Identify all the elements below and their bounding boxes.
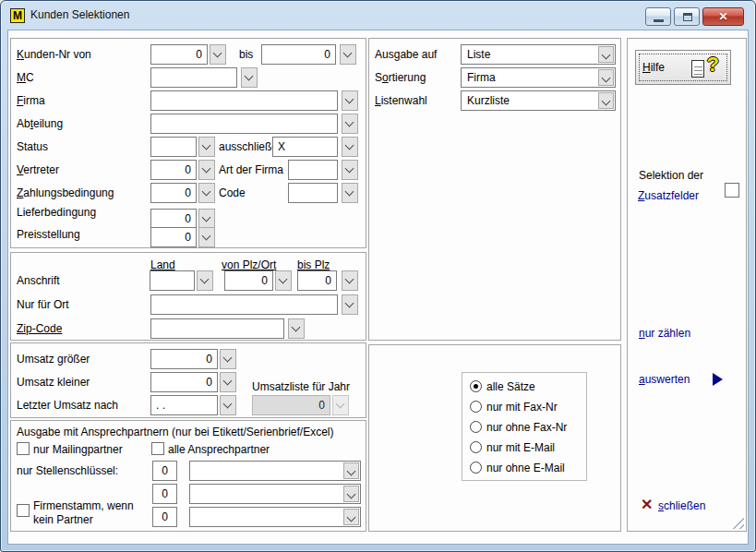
stellenschluessel-1-input[interactable]	[152, 461, 177, 481]
radio-nur-mit-fax-label: nur mit Fax-Nr	[486, 401, 558, 414]
sortierung-select[interactable]: Firma	[461, 67, 616, 88]
code-dropdown[interactable]	[342, 183, 358, 203]
vertreter-input[interactable]	[150, 160, 197, 180]
zahlungsbedingung-input[interactable]	[150, 183, 197, 203]
listenwahl-label: Listenwahl	[375, 94, 427, 108]
chevron-down-icon	[343, 462, 359, 479]
kunden-nr-bis-input[interactable]	[261, 44, 336, 65]
section-actions: Hilfe ? Selektion der Zusatzfelder nur z…	[627, 38, 747, 532]
mc-input[interactable]	[150, 67, 237, 88]
nur-mailingpartner-checkbox[interactable]	[17, 442, 30, 455]
firma-dropdown[interactable]	[342, 90, 358, 111]
nur-zaehlen-link[interactable]: nur zählen	[639, 327, 690, 341]
bis-plz-dropdown[interactable]	[342, 270, 358, 291]
firmenstamm-label-line1: Firmenstamm, wenn	[33, 499, 134, 513]
firmenstamm-checkbox[interactable]	[17, 504, 30, 517]
listenwahl-select[interactable]: Kurzliste	[461, 90, 616, 111]
nur-fuer-ort-dropdown[interactable]	[342, 294, 358, 315]
section-umsatz: Umsatz größer Umsatz kleiner Umsatzliste…	[10, 342, 366, 418]
lieferbedingung-dropdown[interactable]	[198, 209, 215, 229]
firmenstamm-label-line2: kein Partner	[33, 513, 93, 527]
umsatzliste-jahr-input[interactable]	[252, 395, 330, 415]
zip-code-input[interactable]	[150, 318, 284, 339]
umsatz-kleiner-dropdown[interactable]	[220, 372, 236, 392]
umsatz-groesser-dropdown[interactable]	[220, 349, 236, 369]
kunden-nr-von-input[interactable]	[150, 44, 208, 65]
help-icon: ?	[691, 56, 719, 80]
nur-fuer-ort-input[interactable]	[150, 294, 338, 315]
radio-nur-mit-fax[interactable]	[470, 401, 482, 413]
app-icon: M	[10, 8, 25, 23]
anschrift-label: Anschrift	[17, 274, 60, 288]
umsatzliste-jahr-dropdown	[332, 395, 349, 415]
preisstellung-label: Preisstellung	[17, 228, 80, 242]
land-input[interactable]	[150, 270, 195, 291]
alle-ansprechpartner-checkbox[interactable]	[151, 442, 164, 455]
umsatz-kleiner-label: Umsatz kleiner	[17, 376, 90, 390]
umsatz-groesser-label: Umsatz größer	[17, 353, 90, 366]
stellenschluessel-3-input[interactable]	[152, 507, 177, 527]
minimize-button[interactable]	[645, 7, 671, 26]
status-label: Status	[17, 140, 48, 154]
letzter-umsatz-input[interactable]	[150, 395, 218, 415]
resize-grip[interactable]	[729, 514, 744, 529]
stellenschluessel-3-select[interactable]	[189, 507, 361, 527]
kunden-nr-von-dropdown[interactable]	[210, 44, 226, 65]
radio-nur-ohne-fax-label: nur ohne Fax-Nr	[486, 421, 567, 435]
ausschliessen-dropdown[interactable]	[342, 137, 358, 157]
von-plz-input[interactable]	[224, 270, 273, 291]
section-record-filter: alle Sätze nur mit Fax-Nr nur ohne Fax-N…	[368, 344, 621, 532]
code-input[interactable]	[288, 183, 338, 203]
schliessen-link[interactable]: schließen	[658, 499, 705, 513]
ausschliessen-input[interactable]	[272, 137, 338, 157]
alle-ansprechpartner-label: alle Ansprechpartner	[168, 443, 270, 457]
letzter-umsatz-label: Letzter Umsatz nach	[17, 399, 118, 413]
abteilung-input[interactable]	[150, 114, 338, 134]
mc-label: MC	[17, 71, 34, 85]
close-button[interactable]: ✕	[702, 7, 744, 26]
abteilung-dropdown[interactable]	[342, 114, 358, 134]
selektion-der-label: Selektion der	[639, 169, 703, 183]
zusatzfelder-checkbox[interactable]	[725, 183, 739, 198]
art-der-firma-input[interactable]	[288, 160, 338, 180]
status-dropdown[interactable]	[198, 137, 215, 157]
ausgabe-auf-select[interactable]: Liste	[461, 44, 616, 65]
lieferbedingung-label: Lieferbedingung	[17, 206, 96, 220]
radio-nur-ohne-email[interactable]	[470, 462, 482, 474]
status-input[interactable]	[150, 137, 197, 157]
stellenschluessel-2-input[interactable]	[152, 484, 177, 504]
hilfe-button-label: Hilfe	[642, 61, 665, 74]
von-plz-dropdown[interactable]	[275, 270, 292, 291]
zusatzfelder-link[interactable]: Zusatzfelder	[638, 189, 699, 203]
mc-dropdown[interactable]	[241, 67, 258, 88]
ausgabe-auf-label: Ausgabe auf	[375, 48, 437, 62]
bis-plz-input[interactable]	[297, 270, 337, 291]
maximize-icon	[683, 13, 692, 21]
zip-code-dropdown[interactable]	[288, 318, 305, 339]
umsatz-kleiner-input[interactable]	[150, 372, 218, 392]
hilfe-button[interactable]: Hilfe ?	[635, 50, 731, 85]
vertreter-dropdown[interactable]	[198, 160, 215, 180]
preisstellung-input[interactable]	[150, 227, 197, 247]
umsatzliste-jahr-label: Umsatzliste für Jahr	[252, 380, 350, 394]
stellenschluessel-1-select[interactable]	[189, 461, 361, 481]
radio-nur-mit-email[interactable]	[470, 441, 482, 453]
land-dropdown[interactable]	[197, 270, 213, 291]
stellenschluessel-2-select[interactable]	[189, 484, 361, 504]
preisstellung-dropdown[interactable]	[198, 227, 215, 247]
zahlungsbedingung-dropdown[interactable]	[198, 183, 215, 203]
nur-fuer-ort-label: Nur für Ort	[17, 298, 69, 312]
radio-alle-saetze[interactable]	[470, 380, 482, 392]
maximize-button[interactable]	[674, 7, 700, 26]
auswerten-link[interactable]: auswerten	[639, 373, 690, 387]
titlebar[interactable]: M Kunden Selektionen ✕	[1, 1, 755, 30]
umsatz-groesser-input[interactable]	[150, 349, 218, 369]
lieferbedingung-input[interactable]	[150, 209, 197, 229]
firma-input[interactable]	[150, 90, 338, 111]
radio-nur-ohne-fax[interactable]	[470, 421, 482, 433]
art-der-firma-dropdown[interactable]	[342, 160, 358, 180]
close-x-icon: ✕	[641, 498, 653, 512]
kunden-nr-bis-dropdown[interactable]	[340, 44, 356, 65]
letzter-umsatz-dropdown[interactable]	[220, 395, 236, 415]
ansprechpartner-heading: Ausgabe mit Ansprechpartnern (nur bei Et…	[17, 426, 334, 439]
